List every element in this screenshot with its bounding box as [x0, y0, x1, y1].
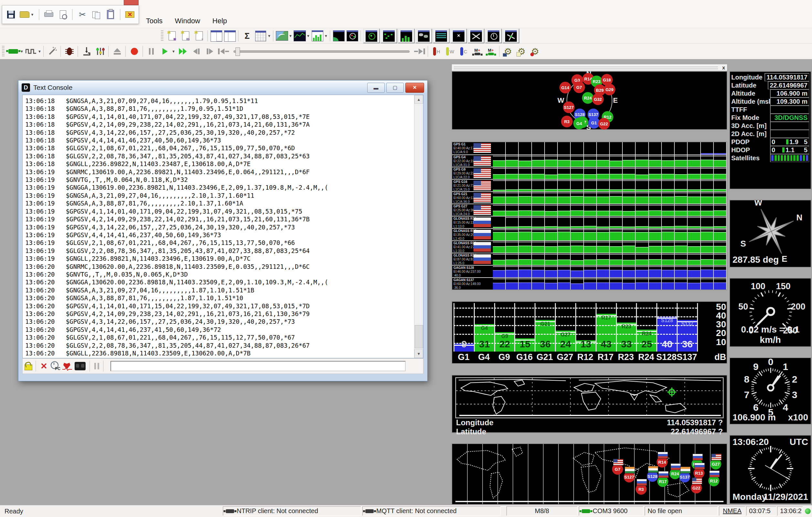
history-bars: [493, 229, 727, 240]
record-icon[interactable]: [127, 45, 141, 58]
signal-fill: [649, 197, 661, 204]
console-filter-input[interactable]: [111, 361, 406, 371]
new-text-file-icon[interactable]: ✱≡: [193, 29, 206, 42]
fast-forward-icon[interactable]: [176, 45, 190, 58]
baudrate-icon[interactable]: [24, 45, 38, 58]
play-icon[interactable]: [158, 45, 172, 58]
console-line: 13:06:18 $GPGSV,4,3,14,22,06,157,,27,25,…: [25, 128, 412, 136]
skip-end-icon[interactable]: [413, 45, 426, 58]
print-preview-icon[interactable]: [57, 8, 69, 21]
minimize-button[interactable]: ▬: [367, 83, 385, 93]
baudrate-dropdown-icon[interactable]: ▼: [38, 50, 41, 53]
toolbar-grip[interactable]: [2, 46, 4, 57]
gear-revert-config-icon[interactable]: ⚙: [528, 45, 542, 58]
history-cell: [714, 155, 727, 167]
camera-view-icon[interactable]: [332, 29, 346, 42]
chart-dropdown-icon[interactable]: ▼: [307, 34, 310, 38]
antenna-icon[interactable]: [80, 45, 93, 58]
console-line: 13:06:20 $GNGSA,A,3,88,87,81,76,,,,,,,,,…: [25, 294, 412, 302]
toolbar-grip[interactable]: [161, 30, 164, 41]
warmstart-icon[interactable]: W: [443, 45, 457, 58]
toggle-speed-window-icon[interactable]: [502, 28, 519, 43]
console-scrollbar[interactable]: ▲ ▼: [414, 95, 423, 358]
gear-file-config-icon[interactable]: ⚙: [515, 45, 528, 58]
new-record-file-icon[interactable]: ✱▣: [165, 29, 179, 42]
toggle-deviation-window-icon[interactable]: [468, 28, 485, 43]
save-icon[interactable]: [5, 8, 17, 21]
toggle-compass-window-icon[interactable]: [450, 28, 467, 43]
pause-display-icon[interactable]: [94, 363, 99, 369]
table-dropdown-icon[interactable]: ▼: [267, 34, 271, 38]
step-back-icon[interactable]: [190, 45, 203, 58]
toggle-data-window-icon[interactable]: [433, 28, 450, 43]
signal-max-tick: [649, 266, 661, 267]
signal-fill: [649, 174, 661, 179]
close-button[interactable]: ✕: [405, 83, 424, 93]
paste-icon[interactable]: [104, 8, 116, 21]
playback-slider-handle[interactable]: [235, 48, 240, 56]
history-cell: [506, 253, 519, 265]
overlapping-window-close-fragment[interactable]: [124, 0, 139, 5]
toggle-history-window-icon[interactable]: [380, 28, 397, 43]
hotstart-icon[interactable]: H: [430, 45, 443, 58]
connection-dropdown-icon[interactable]: ▼: [20, 50, 24, 53]
settings-sliders-icon[interactable]: [93, 45, 107, 58]
history-cell: [714, 217, 727, 228]
coldstart-icon[interactable]: C: [457, 45, 471, 58]
signal-fill: [545, 160, 557, 167]
connection-icon[interactable]: [6, 45, 20, 58]
playback-slider[interactable]: [234, 50, 410, 53]
map-view-icon[interactable]: [275, 29, 289, 42]
console-output-area[interactable]: 13:06:18 $GNGSA,A,3,21,07,09,27,04,16,,,…: [22, 95, 424, 358]
skip-start-icon[interactable]: [217, 45, 230, 58]
messages-poll-icon[interactable]: M+: [471, 45, 484, 58]
step-forward-icon[interactable]: [203, 45, 217, 58]
maximize-button[interactable]: ▢: [386, 83, 404, 93]
sky-view-icon[interactable]: [346, 29, 359, 42]
history-cell: [532, 180, 545, 191]
mail-delete-icon[interactable]: ✕: [124, 8, 136, 21]
log-heartbeat-icon[interactable]: [62, 362, 72, 371]
open-dropdown-icon[interactable]: ▼: [31, 12, 34, 17]
pc-time-icon[interactable]: PC: [50, 361, 60, 371]
menu-window[interactable]: Window: [175, 17, 200, 25]
histogram-view-icon[interactable]: [311, 29, 324, 42]
console-title-bar[interactable]: D Text Console ▬ ▢ ✕: [19, 81, 427, 95]
scroll-down-icon[interactable]: ▼: [414, 349, 423, 358]
history-row-label: GAGAN S137El:60.00 Az:149.00:36.0: [454, 278, 492, 290]
pause-icon[interactable]: [145, 45, 158, 58]
open-icon[interactable]: ▼: [19, 8, 35, 21]
map-dropdown-icon[interactable]: ▼: [289, 34, 292, 38]
copy-icon[interactable]: [90, 8, 103, 21]
histogram-dropdown-icon[interactable]: ▼: [324, 34, 328, 38]
console-line: 13:06:19 $GNGLL,2236.89821,N,11403.23496…: [25, 255, 412, 262]
split-vertical-icon[interactable]: [223, 29, 237, 42]
signal-fill: [675, 174, 687, 179]
gear-save-config-icon[interactable]: ⚙: [501, 45, 515, 58]
autoscroll-lock-icon[interactable]: [25, 362, 32, 370]
new-binary-file-icon[interactable]: ✱01: [179, 29, 193, 42]
toggle-clock-window-icon[interactable]: [485, 28, 502, 43]
statistics-sigma-icon[interactable]: Σ: [240, 29, 254, 42]
eject-icon[interactable]: [111, 45, 124, 58]
toggle-strength-window-icon[interactable]: [398, 28, 415, 43]
debug-bug-icon[interactable]: [63, 45, 76, 58]
scrollbar-thumb[interactable]: [415, 325, 423, 348]
menu-tools[interactable]: Tools: [146, 17, 163, 25]
close-icon[interactable]: x: [722, 64, 725, 71]
signal-fill: [584, 282, 596, 289]
messages-poll-all-icon[interactable]: M+: [484, 45, 498, 58]
autobaud-wand-icon[interactable]: [46, 45, 59, 58]
print-icon[interactable]: [43, 8, 55, 21]
toggle-sky-window-icon[interactable]: [363, 28, 380, 43]
cut-icon[interactable]: ✂: [76, 8, 88, 21]
menu-help[interactable]: Help: [212, 17, 227, 25]
play-dropdown-icon[interactable]: ▼: [172, 50, 175, 53]
table-view-icon[interactable]: [254, 29, 267, 42]
chart-view-icon[interactable]: [293, 29, 307, 42]
scroll-up-icon[interactable]: ▲: [414, 95, 423, 104]
clear-console-icon[interactable]: ✕: [40, 361, 48, 371]
split-horizontal-icon[interactable]: [210, 29, 223, 42]
toggle-world-window-icon[interactable]: [415, 28, 432, 43]
filter-icon[interactable]: [75, 362, 86, 370]
